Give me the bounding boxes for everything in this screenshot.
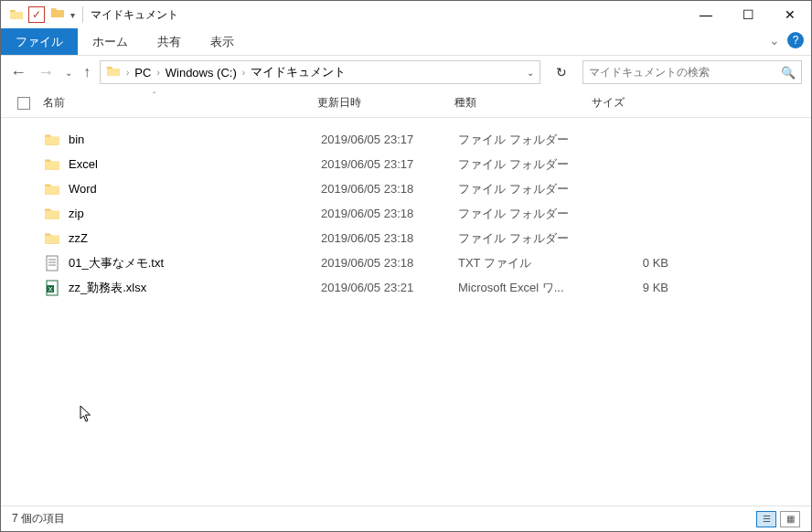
file-row[interactable]: Word2019/06/05 23:18ファイル フォルダー: [1, 176, 811, 201]
tab-file[interactable]: ファイル: [1, 28, 78, 55]
file-type: TXT ファイル: [458, 255, 595, 271]
file-list: bin2019/06/05 23:17ファイル フォルダーExcel2019/0…: [1, 118, 811, 300]
file-type: ファイル フォルダー: [458, 230, 595, 247]
refresh-button[interactable]: ↻: [550, 60, 573, 84]
file-type: Microsoft Excel ワ...: [458, 280, 595, 296]
folder-icon: [106, 64, 121, 81]
quick-access-toolbar: ✓ ▾: [28, 5, 75, 24]
chevron-right-icon[interactable]: ›: [242, 68, 245, 78]
ribbon-collapse-icon[interactable]: ⌄: [769, 33, 780, 48]
qat-dropdown-icon[interactable]: ▾: [70, 10, 75, 20]
forward-button[interactable]: →: [37, 63, 54, 82]
help-icon[interactable]: ?: [787, 32, 804, 48]
tab-label: ファイル: [16, 34, 63, 50]
column-date[interactable]: 更新日時: [317, 95, 454, 111]
column-size[interactable]: サイズ: [592, 95, 683, 111]
file-type: ファイル フォルダー: [458, 132, 595, 148]
item-count: 7 個の項目: [12, 511, 65, 527]
chevron-right-icon[interactable]: ›: [156, 68, 159, 78]
title-bar: ✓ ▾ マイドキュメント — ☐ ✕: [1, 1, 811, 28]
file-row[interactable]: Xzz_勤務表.xlsx2019/06/05 23:21Microsoft Ex…: [1, 275, 811, 300]
search-box[interactable]: 🔍: [582, 60, 802, 84]
folder-icon: [43, 155, 61, 174]
folder-icon: [43, 131, 61, 149]
file-type: ファイル フォルダー: [458, 156, 595, 173]
file-name: zz_勤務表.xlsx: [69, 280, 321, 296]
tab-share[interactable]: 共有: [143, 28, 196, 55]
file-date: 2019/06/05 23:18: [321, 256, 458, 270]
file-date: 2019/06/05 23:18: [321, 182, 458, 196]
xlsx-icon: X: [43, 279, 61, 297]
file-size: 9 KB: [595, 281, 687, 294]
address-bar[interactable]: › PC › Windows (C:) › マイドキュメント ⌄: [100, 60, 540, 84]
tab-label: ホーム: [92, 34, 128, 50]
column-label: サイズ: [592, 96, 625, 109]
folder-small-icon[interactable]: [50, 5, 65, 24]
mouse-cursor-icon: [80, 405, 94, 428]
txt-icon: [43, 254, 61, 272]
svg-rect-0: [47, 256, 58, 271]
file-date: 2019/06/05 23:18: [321, 207, 458, 220]
column-label: 種類: [454, 96, 476, 109]
sort-indicator-icon: ˆ: [153, 91, 155, 101]
properties-icon[interactable]: ✓: [28, 6, 45, 23]
ribbon-tabs: ファイル ホーム 共有 表示 ⌄ ?: [1, 28, 811, 56]
folder-icon: [43, 229, 61, 248]
breadcrumb-pc[interactable]: PC: [134, 66, 151, 80]
file-row[interactable]: bin2019/06/05 23:17ファイル フォルダー: [1, 127, 811, 152]
recent-locations-icon[interactable]: ⌄: [65, 68, 72, 78]
tab-home[interactable]: ホーム: [78, 28, 143, 55]
file-date: 2019/06/05 23:17: [321, 157, 458, 171]
file-name: Excel: [69, 157, 321, 171]
file-row[interactable]: zzZ2019/06/05 23:18ファイル フォルダー: [1, 226, 811, 250]
file-date: 2019/06/05 23:21: [321, 281, 458, 294]
column-label: 名前: [43, 96, 65, 109]
select-all-checkbox[interactable]: [17, 97, 30, 110]
file-name: Word: [69, 182, 321, 196]
file-name: zzZ: [69, 231, 321, 245]
file-name: bin: [69, 133, 321, 146]
file-type: ファイル フォルダー: [458, 206, 595, 222]
navigation-bar: ← → ⌄ ↑ › PC › Windows (C:) › マイドキュメント ⌄…: [1, 56, 811, 89]
file-date: 2019/06/05 23:18: [321, 231, 458, 245]
svg-text:X: X: [48, 285, 53, 292]
folder-icon: [43, 180, 61, 198]
column-name[interactable]: 名前 ˆ: [43, 95, 317, 111]
tab-view[interactable]: 表示: [196, 28, 249, 55]
file-row[interactable]: Excel2019/06/05 23:17ファイル フォルダー: [1, 152, 811, 176]
close-button[interactable]: ✕: [769, 1, 811, 28]
chevron-right-icon[interactable]: ›: [126, 68, 129, 78]
column-type[interactable]: 種類: [454, 95, 592, 111]
folder-icon: [8, 6, 25, 23]
details-view-button[interactable]: ☰: [756, 511, 776, 527]
file-size: 0 KB: [595, 256, 687, 270]
file-type: ファイル フォルダー: [458, 181, 595, 197]
column-headers: 名前 ˆ 更新日時 種類 サイズ: [1, 89, 811, 118]
file-date: 2019/06/05 23:17: [321, 133, 458, 146]
file-row[interactable]: 01_大事なメモ.txt2019/06/05 23:18TXT ファイル0 KB: [1, 250, 811, 275]
up-button[interactable]: ↑: [83, 64, 91, 80]
search-input[interactable]: [589, 66, 781, 79]
search-icon[interactable]: 🔍: [781, 66, 796, 80]
column-label: 更新日時: [317, 96, 361, 109]
tab-label: 表示: [210, 34, 234, 50]
breadcrumb-drive[interactable]: Windows (C:): [166, 66, 237, 80]
file-name: 01_大事なメモ.txt: [69, 255, 321, 271]
back-button[interactable]: ←: [10, 63, 27, 82]
address-dropdown-icon[interactable]: ⌄: [527, 68, 534, 78]
file-name: zip: [69, 207, 321, 220]
file-row[interactable]: zip2019/06/05 23:18ファイル フォルダー: [1, 201, 811, 226]
maximize-button[interactable]: ☐: [727, 1, 769, 28]
tab-label: 共有: [157, 34, 181, 50]
window-controls: — ☐ ✕: [685, 1, 811, 28]
minimize-button[interactable]: —: [685, 1, 727, 28]
icons-view-button[interactable]: ▦: [780, 511, 800, 527]
folder-icon: [43, 205, 61, 223]
breadcrumb-folder[interactable]: マイドキュメント: [251, 64, 346, 80]
separator: [82, 6, 83, 23]
status-bar: 7 個の項目 ☰ ▦: [1, 505, 811, 531]
window-title: マイドキュメント: [91, 7, 178, 23]
